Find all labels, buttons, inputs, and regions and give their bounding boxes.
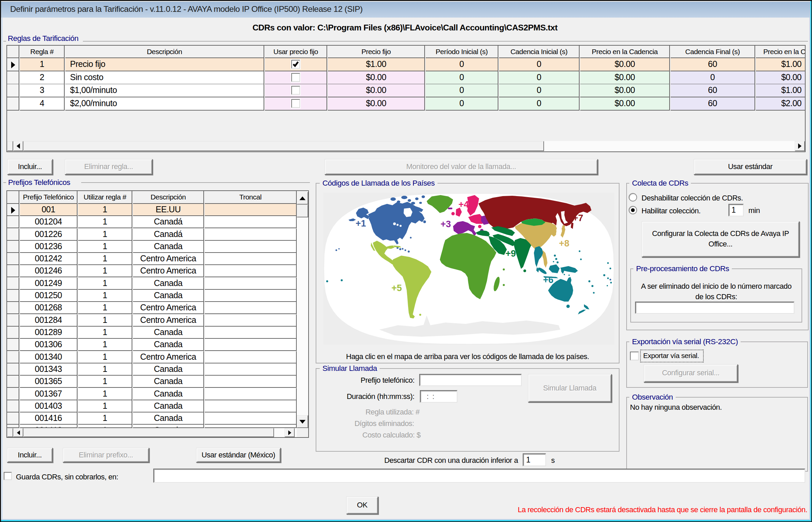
svg-text:+8: +8 (559, 238, 569, 248)
svg-text:+9: +9 (505, 248, 516, 259)
svg-text:+4: +4 (459, 199, 469, 209)
svg-text:+3: +3 (441, 219, 451, 229)
svg-text:+6: +6 (543, 275, 554, 285)
svg-text:+1: +1 (355, 218, 366, 228)
svg-text:+7: +7 (573, 213, 583, 223)
svg-text:+2: +2 (461, 263, 471, 274)
svg-text:+5: +5 (391, 283, 402, 293)
